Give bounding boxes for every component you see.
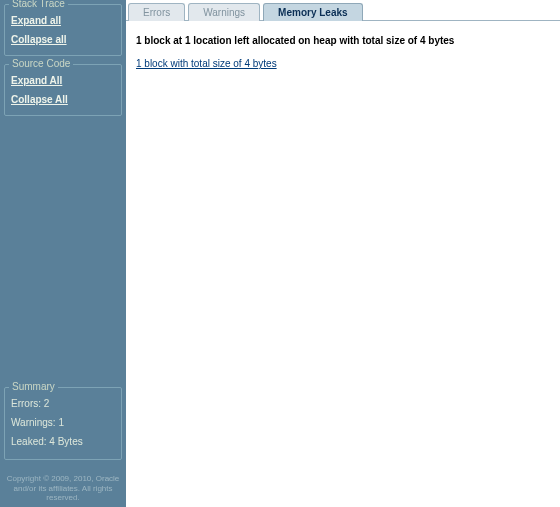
tab-warnings[interactable]: Warnings [188, 3, 260, 21]
summary-title: Summary [9, 381, 58, 392]
source-code-title: Source Code [9, 58, 73, 69]
summary-errors: Errors: 2 [11, 394, 115, 413]
collapse-all-source[interactable]: Collapse All [11, 92, 115, 107]
source-code-panel: Source Code Expand All Collapse All [4, 64, 122, 116]
tab-memory-leaks[interactable]: Memory Leaks [263, 3, 362, 21]
main-area: Errors Warnings Memory Leaks 1 block at … [126, 0, 560, 507]
tab-errors[interactable]: Errors [128, 3, 185, 21]
sidebar: Stack Trace Expand all Collapse all Sour… [0, 0, 126, 507]
collapse-all-stack[interactable]: Collapse all [11, 32, 115, 47]
leak-link[interactable]: 1 block with total size of 4 bytes [136, 58, 277, 69]
stack-trace-panel: Stack Trace Expand all Collapse all [4, 4, 122, 56]
expand-all-source[interactable]: Expand All [11, 73, 115, 88]
leak-heading: 1 block at 1 location left allocated on … [136, 35, 550, 46]
content-area: 1 block at 1 location left allocated on … [126, 21, 560, 83]
summary-panel: Summary Errors: 2 Warnings: 1 Leaked: 4 … [4, 387, 122, 460]
stack-trace-title: Stack Trace [9, 0, 68, 9]
summary-warnings: Warnings: 1 [11, 413, 115, 432]
tab-bar: Errors Warnings Memory Leaks [126, 0, 560, 21]
expand-all-stack[interactable]: Expand all [11, 13, 115, 28]
copyright: Copyright © 2009, 2010, Oracle and/or it… [4, 474, 122, 503]
summary-leaked: Leaked: 4 Bytes [11, 432, 115, 451]
